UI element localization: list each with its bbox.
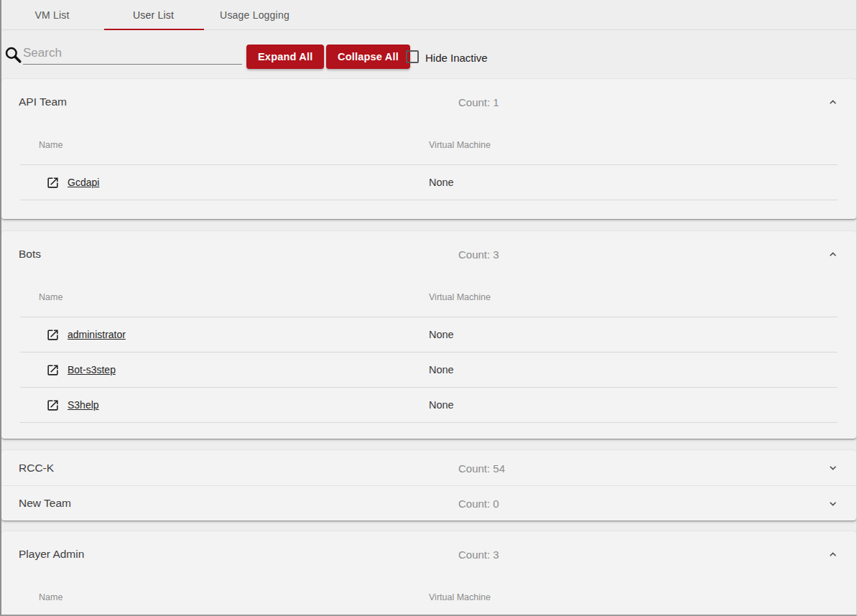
- user-link[interactable]: Gcdapi: [68, 177, 99, 188]
- tab-user-list[interactable]: User List: [103, 0, 204, 29]
- toolbar: Expand All Collapse All Hide Inactive: [1, 30, 856, 79]
- hide-inactive-checkbox[interactable]: [406, 50, 419, 63]
- table-row: Bot-s3step None: [20, 353, 838, 388]
- team-count: Count: 1: [458, 96, 499, 108]
- team-section-player-admin: Player Admin Count: 3 Name Virtual Machi…: [1, 531, 856, 616]
- team-header-new-team[interactable]: New Team Count: 0: [1, 485, 856, 521]
- search-input[interactable]: [23, 42, 242, 65]
- table-header-row: Name Virtual Machine: [20, 125, 838, 165]
- team-count: Count: 3: [458, 248, 499, 261]
- open-in-new-icon[interactable]: [46, 398, 60, 412]
- team-count: Count: 3: [458, 549, 499, 561]
- team-name: API Team: [19, 95, 67, 108]
- user-table: Name Virtual Machine Gcdapi None: [20, 125, 838, 200]
- user-table: Name Virtual Machine administrator None …: [20, 277, 838, 423]
- user-table: Name Virtual Machine: [20, 577, 838, 616]
- team-section-bots: Bots Count: 3 Name Virtual Machine admin…: [1, 231, 856, 439]
- table-row: administrator None: [20, 317, 838, 353]
- column-header-name: Name: [20, 140, 429, 150]
- column-header-name: Name: [20, 292, 429, 302]
- chevron-up-icon[interactable]: [827, 248, 839, 261]
- column-header-vm: Virtual Machine: [429, 592, 838, 602]
- team-header-rcc-k[interactable]: RCC-K Count: 54: [1, 450, 856, 485]
- open-in-new-icon[interactable]: [46, 176, 60, 190]
- team-name: Bots: [19, 248, 41, 261]
- table-header-row: Name Virtual Machine: [20, 277, 838, 317]
- vm-value: None: [429, 399, 838, 411]
- table-header-row: Name Virtual Machine: [20, 577, 838, 616]
- collapsed-team-group: RCC-K Count: 54 New Team Count: 0: [1, 450, 856, 521]
- table-row: Gcdapi None: [20, 165, 838, 200]
- expand-all-button[interactable]: Expand All: [246, 45, 324, 69]
- vm-value: None: [429, 364, 838, 375]
- team-name: Player Admin: [19, 548, 84, 561]
- team-header[interactable]: API Team Count: 1: [1, 79, 856, 125]
- team-count: Count: 0: [458, 498, 499, 510]
- tab-vm-list[interactable]: VM List: [1, 0, 103, 29]
- team-header[interactable]: Player Admin Count: 3: [1, 531, 856, 577]
- open-in-new-icon[interactable]: [46, 328, 60, 342]
- tab-label: VM List: [34, 9, 69, 21]
- table-row: S3help None: [20, 388, 838, 423]
- tab-bar: VM List User List Usage Logging: [1, 0, 856, 30]
- column-header-vm: Virtual Machine: [429, 140, 838, 150]
- chevron-up-icon[interactable]: [827, 96, 839, 108]
- vm-value: None: [429, 329, 838, 340]
- team-count: Count: 54: [458, 462, 505, 474]
- column-header-name: Name: [20, 592, 429, 602]
- user-link[interactable]: Bot-s3step: [68, 364, 116, 375]
- team-header[interactable]: Bots Count: 3: [1, 231, 856, 277]
- chevron-up-icon[interactable]: [827, 549, 839, 561]
- user-link[interactable]: administrator: [68, 329, 126, 340]
- vm-value: None: [429, 177, 838, 188]
- tab-label: User List: [133, 9, 174, 21]
- team-name: New Team: [19, 497, 71, 510]
- team-section-api-team: API Team Count: 1 Name Virtual Machine G…: [1, 79, 856, 219]
- column-header-vm: Virtual Machine: [429, 292, 838, 302]
- open-in-new-icon[interactable]: [46, 363, 60, 377]
- collapse-all-button[interactable]: Collapse All: [326, 45, 410, 69]
- search-icon: [4, 45, 22, 64]
- user-link[interactable]: S3help: [68, 399, 99, 411]
- chevron-down-icon[interactable]: [827, 498, 839, 510]
- chevron-down-icon[interactable]: [827, 462, 839, 474]
- hide-inactive-label: Hide Inactive: [425, 52, 488, 64]
- team-name: RCC-K: [19, 462, 54, 475]
- tab-label: Usage Logging: [220, 9, 289, 21]
- tab-usage-logging[interactable]: Usage Logging: [204, 0, 305, 29]
